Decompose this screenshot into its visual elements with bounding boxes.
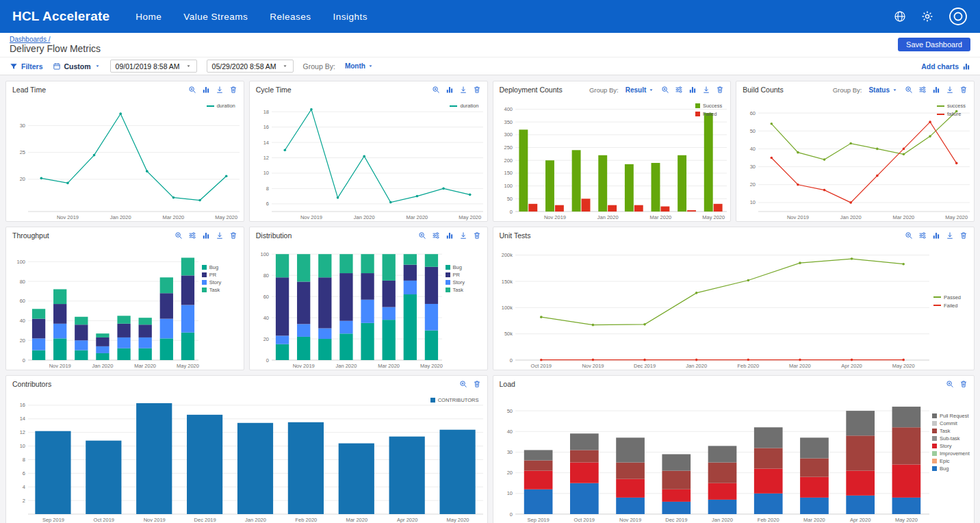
bar-chart-icon[interactable] bbox=[932, 86, 940, 94]
download-icon[interactable] bbox=[459, 86, 467, 94]
trash-icon[interactable] bbox=[473, 86, 481, 94]
bar-chart-icon[interactable] bbox=[446, 231, 454, 240]
legend-item-success[interactable]: success bbox=[937, 103, 966, 109]
svg-text:60: 60 bbox=[263, 294, 268, 300]
download-icon[interactable] bbox=[946, 231, 954, 240]
bar-chart-icon[interactable] bbox=[202, 86, 210, 94]
legend-item-bug[interactable]: Bug bbox=[932, 465, 970, 472]
legend-item-task[interactable]: Task bbox=[202, 287, 240, 293]
bar-chart-icon[interactable] bbox=[932, 231, 940, 240]
legend-item-story[interactable]: Story bbox=[202, 279, 240, 285]
legend-item-task[interactable]: Task bbox=[446, 287, 484, 293]
group-by-select[interactable]: Month bbox=[345, 62, 374, 70]
zoom-in-icon[interactable] bbox=[905, 231, 913, 240]
date-to-input[interactable]: 05/29/2020 8:58 AM bbox=[207, 60, 294, 73]
download-icon[interactable] bbox=[946, 86, 954, 94]
chart-toolbar bbox=[946, 380, 968, 388]
download-icon[interactable] bbox=[216, 86, 224, 94]
svg-text:Mar 2020: Mar 2020 bbox=[893, 214, 915, 220]
legend-item-improvement[interactable]: Improvement bbox=[932, 450, 970, 457]
legend-item-failed[interactable]: Failed bbox=[933, 303, 970, 309]
zoom-in-icon[interactable] bbox=[905, 86, 913, 94]
avatar[interactable] bbox=[949, 7, 968, 26]
zoom-in-icon[interactable] bbox=[459, 380, 467, 388]
svg-text:10: 10 bbox=[506, 490, 512, 496]
trash-icon[interactable] bbox=[473, 380, 481, 388]
bar-chart-icon[interactable] bbox=[202, 231, 210, 240]
svg-text:Nov 2019: Nov 2019 bbox=[619, 517, 641, 523]
download-icon[interactable] bbox=[459, 231, 467, 240]
trash-icon[interactable] bbox=[959, 380, 968, 388]
chart-card-header: Cycle Time bbox=[250, 81, 487, 98]
date-range-type-select[interactable]: Custom bbox=[53, 62, 101, 71]
globe-icon[interactable] bbox=[894, 10, 906, 23]
gear-icon[interactable] bbox=[921, 10, 933, 23]
legend-item-pr[interactable]: PR bbox=[446, 272, 484, 278]
legend-item-pull-request[interactable]: Pull Request bbox=[932, 413, 970, 419]
zoom-in-icon[interactable] bbox=[946, 380, 954, 388]
chart-group-by-select[interactable]: Status bbox=[868, 86, 898, 94]
nav-releases[interactable]: Releases bbox=[270, 12, 311, 22]
chart-card-cycle-time: Cycle Time681012141618Nov 2019Jan 2020Ma… bbox=[249, 81, 488, 222]
svg-text:Oct 2019: Oct 2019 bbox=[530, 363, 551, 369]
sliders-icon[interactable] bbox=[188, 231, 196, 240]
sliders-icon[interactable] bbox=[918, 86, 927, 94]
zoom-in-icon[interactable] bbox=[661, 86, 669, 94]
zoom-in-icon[interactable] bbox=[418, 231, 426, 240]
svg-text:Mar 2020: Mar 2020 bbox=[163, 214, 185, 220]
legend-item-failure[interactable]: failure bbox=[937, 111, 966, 117]
legend-swatch bbox=[202, 280, 207, 285]
chart-toolbar bbox=[418, 231, 481, 240]
svg-text:50: 50 bbox=[506, 408, 512, 414]
sliders-icon[interactable] bbox=[918, 231, 927, 240]
trash-icon[interactable] bbox=[229, 231, 237, 240]
zoom-in-icon[interactable] bbox=[175, 231, 183, 240]
legend-label: Task bbox=[453, 287, 463, 293]
svg-text:12: 12 bbox=[20, 429, 25, 435]
chart-title: Build Counts bbox=[743, 86, 784, 94]
download-icon[interactable] bbox=[216, 231, 224, 240]
save-dashboard-button[interactable]: Save Dashboard bbox=[898, 38, 970, 51]
trash-icon[interactable] bbox=[229, 86, 237, 94]
nav-insights[interactable]: Insights bbox=[333, 12, 368, 22]
bar-chart-icon[interactable] bbox=[688, 86, 697, 94]
legend-item-pr[interactable]: PR bbox=[202, 272, 240, 278]
add-charts-button[interactable]: Add charts bbox=[921, 62, 970, 71]
legend-item-bug[interactable]: Bug bbox=[202, 264, 240, 270]
legend-item-duration[interactable]: duration bbox=[450, 103, 478, 109]
chart-group-by-select[interactable]: Result bbox=[626, 86, 655, 94]
filters-toggle[interactable]: Filters bbox=[10, 62, 43, 71]
nav-value-streams[interactable]: Value Streams bbox=[183, 12, 248, 22]
trash-icon[interactable] bbox=[716, 86, 724, 94]
legend-item-duration[interactable]: duration bbox=[207, 103, 235, 109]
bar-chart-icon[interactable] bbox=[446, 86, 454, 94]
legend-item-contributors[interactable]: CONTRIBUTORS bbox=[430, 397, 479, 403]
nav-home[interactable]: Home bbox=[136, 12, 162, 22]
legend-item-failed[interactable]: Failed bbox=[695, 111, 722, 117]
legend-item-story[interactable]: Story bbox=[932, 443, 970, 449]
breadcrumb-dashboards-link[interactable]: Dashboards / bbox=[10, 36, 101, 43]
svg-text:Dec 2019: Dec 2019 bbox=[194, 517, 216, 523]
sliders-icon[interactable] bbox=[432, 231, 440, 240]
legend-item-sub-task[interactable]: Sub-task bbox=[932, 435, 970, 442]
legend-item-bug[interactable]: Bug bbox=[446, 264, 484, 270]
svg-text:May 2020: May 2020 bbox=[420, 363, 443, 369]
legend-item-commit[interactable]: Commit bbox=[932, 420, 970, 426]
legend-item-task[interactable]: Task bbox=[932, 428, 970, 434]
svg-text:20: 20 bbox=[750, 181, 756, 188]
date-from-input[interactable]: 09/01/2019 8:58 AM bbox=[110, 60, 197, 73]
sliders-icon[interactable] bbox=[675, 86, 683, 94]
legend-item-passed[interactable]: Passed bbox=[933, 294, 970, 301]
chart-title: Load bbox=[500, 380, 515, 388]
zoom-in-icon[interactable] bbox=[432, 86, 440, 94]
zoom-in-icon[interactable] bbox=[188, 86, 196, 94]
svg-text:Mar 2020: Mar 2020 bbox=[789, 363, 811, 369]
trash-icon[interactable] bbox=[959, 86, 968, 94]
legend-item-success[interactable]: Success bbox=[695, 103, 722, 109]
legend-item-epic[interactable]: Epic bbox=[932, 458, 970, 464]
trash-icon[interactable] bbox=[473, 231, 481, 240]
chart-canvas: 020406080100Nov 2019Jan 2020Mar 2020May … bbox=[6, 244, 203, 370]
download-icon[interactable] bbox=[702, 86, 710, 94]
trash-icon[interactable] bbox=[959, 231, 968, 240]
legend-item-story[interactable]: Story bbox=[446, 279, 484, 285]
